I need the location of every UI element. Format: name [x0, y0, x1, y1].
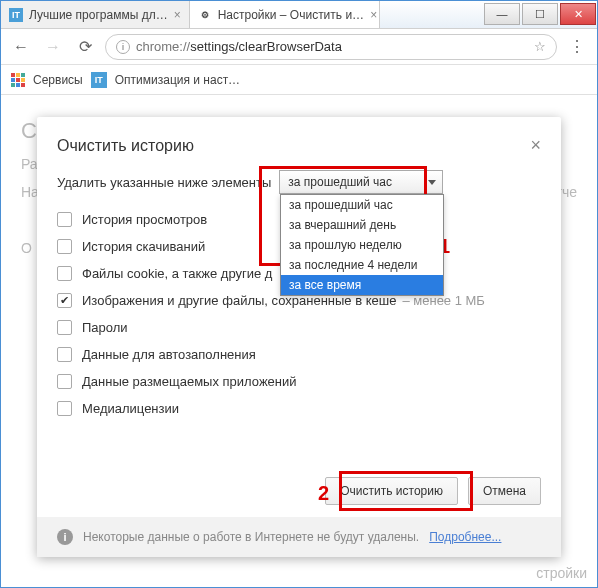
dropdown-option[interactable]: за последние 4 недели — [281, 255, 443, 275]
tab-2[interactable]: ⚙ Настройки – Очистить и… × — [190, 1, 380, 28]
check-row[interactable]: Данные для автозаполнения — [57, 341, 541, 368]
check-label: Данные размещаемых приложений — [82, 374, 297, 389]
check-label: Файлы cookie, а также другие д — [82, 266, 272, 281]
close-icon[interactable]: × — [174, 8, 181, 22]
bookmark-star-icon[interactable]: ☆ — [534, 39, 546, 54]
browser-window: IT Лучшие программы дл… × ⚙ Настройки – … — [0, 0, 598, 588]
checkbox[interactable] — [57, 212, 72, 227]
checkbox[interactable] — [57, 293, 72, 308]
check-row[interactable]: Медиалицензии — [57, 395, 541, 422]
check-label: История скачиваний — [82, 239, 205, 254]
dialog-footer: Очистить историю Отмена — [37, 465, 561, 517]
bookmarks-apps-label[interactable]: Сервисы — [33, 73, 83, 87]
titlebar: IT Лучшие программы дл… × ⚙ Настройки – … — [1, 1, 597, 29]
info-link[interactable]: Подробнее... — [429, 530, 501, 544]
checkbox[interactable] — [57, 320, 72, 335]
check-label: Медиалицензии — [82, 401, 179, 416]
time-range-select[interactable]: за прошедший час — [279, 170, 443, 194]
time-range-row: Удалить указанные ниже элементы за проше… — [57, 170, 541, 194]
gear-icon: ⚙ — [198, 8, 212, 22]
minimize-button[interactable]: — — [484, 3, 520, 25]
bookmarks-bar: Сервисы IT Оптимизация и наст… — [1, 65, 597, 95]
time-range-dropdown: за прошедший часза вчерашний деньза прош… — [280, 194, 444, 296]
tab-1[interactable]: IT Лучшие программы дл… × — [1, 1, 190, 28]
favicon-it-icon: IT — [9, 8, 23, 22]
address-bar[interactable]: i chrome://settings/clearBrowserData ☆ — [105, 34, 557, 60]
check-row[interactable]: Пароли — [57, 314, 541, 341]
dropdown-option[interactable]: за прошедший час — [281, 195, 443, 215]
address-path: settings/clearBrowserData — [190, 39, 342, 54]
checkbox[interactable] — [57, 401, 72, 416]
dropdown-option[interactable]: за прошлую неделю — [281, 235, 443, 255]
close-icon[interactable]: × — [370, 8, 377, 22]
reload-button[interactable]: ⟳ — [73, 35, 97, 59]
apps-icon[interactable] — [11, 73, 25, 87]
info-text: Некоторые данные о работе в Интернете не… — [83, 530, 419, 544]
favicon-it-icon: IT — [91, 72, 107, 88]
info-icon: i — [57, 529, 73, 545]
dropdown-option[interactable]: за вчерашний день — [281, 215, 443, 235]
check-row[interactable]: Данные размещаемых приложений — [57, 368, 541, 395]
checkbox[interactable] — [57, 239, 72, 254]
checkbox[interactable] — [57, 374, 72, 389]
check-label: Данные для автозаполнения — [82, 347, 256, 362]
toolbar: ← → ⟳ i chrome://settings/clearBrowserDa… — [1, 29, 597, 65]
tab-1-label: Лучшие программы дл… — [29, 8, 168, 22]
dialog-close-button[interactable]: × — [530, 135, 541, 156]
chevron-down-icon — [428, 180, 436, 185]
info-bar: i Некоторые данные о работе в Интернете … — [37, 517, 561, 557]
clear-button[interactable]: Очистить историю — [325, 477, 458, 505]
close-button[interactable]: ✕ — [560, 3, 596, 25]
check-label: История просмотров — [82, 212, 207, 227]
clear-history-dialog: Очистить историю × Удалить указанные ниж… — [37, 117, 561, 557]
check-label: Пароли — [82, 320, 128, 335]
bookmark-item-1[interactable]: Оптимизация и наст… — [115, 73, 240, 87]
address-prefix: chrome:// — [136, 39, 190, 54]
forward-button[interactable]: → — [41, 35, 65, 59]
back-button[interactable]: ← — [9, 35, 33, 59]
time-range-value: за прошедший час — [288, 175, 392, 189]
menu-button[interactable]: ⋮ — [565, 37, 589, 56]
dialog-title: Очистить историю — [57, 137, 530, 155]
window-controls: — ☐ ✕ — [483, 1, 597, 28]
cancel-button[interactable]: Отмена — [468, 477, 541, 505]
annotation-number-2: 2 — [318, 482, 329, 505]
maximize-button[interactable]: ☐ — [522, 3, 558, 25]
tab-2-label: Настройки – Очистить и… — [218, 8, 364, 22]
dropdown-option[interactable]: за все время — [281, 275, 443, 295]
time-range-label: Удалить указанные ниже элементы — [57, 175, 271, 190]
info-icon[interactable]: i — [116, 40, 130, 54]
checkbox[interactable] — [57, 347, 72, 362]
checkbox[interactable] — [57, 266, 72, 281]
